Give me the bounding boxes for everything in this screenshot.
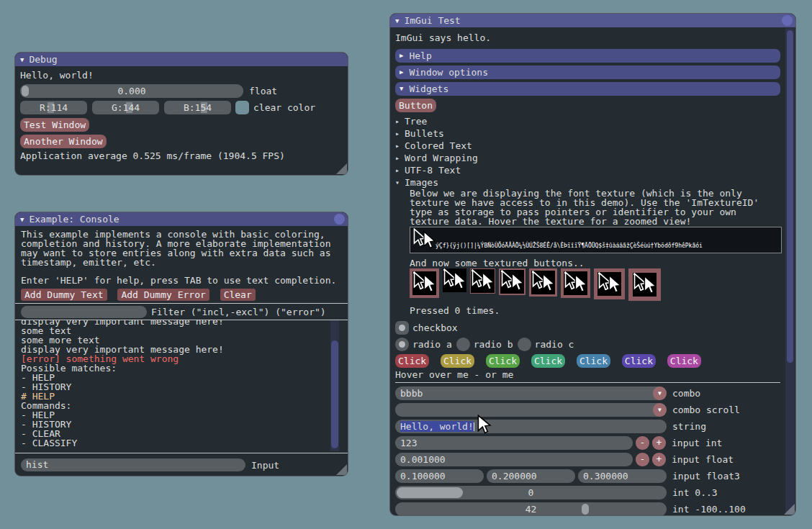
desktop: { "icons": {"dropdown":"▼","minus":"-","…: [0, 0, 812, 529]
tree-closed-icon: ▸: [395, 140, 405, 152]
int-slider-label: int 0..3: [672, 487, 718, 498]
cursor-texture-icon: [412, 271, 436, 295]
image-button[interactable]: [628, 268, 661, 301]
int-slider-neg100-100[interactable]: 42: [395, 502, 667, 516]
int-input[interactable]: 123: [395, 436, 633, 450]
float3-input-z[interactable]: 0.300000: [578, 469, 667, 483]
click-button-4[interactable]: Click: [531, 354, 565, 368]
resize-grip[interactable]: [336, 464, 347, 475]
header-widgets[interactable]: ▼ Widgets: [395, 82, 780, 96]
slider-value: 0.000: [20, 86, 243, 96]
log-scrollbar[interactable]: [330, 320, 339, 451]
float3-input-y[interactable]: 0.200000: [487, 469, 575, 483]
log-line: Possible matches:: [21, 363, 342, 373]
radio-c[interactable]: [518, 338, 531, 351]
textured-buttons-caption: And now some textured buttons..: [410, 258, 780, 268]
tree-node-images[interactable]: ▾ Images: [395, 176, 780, 189]
float-input[interactable]: 0.001000: [395, 453, 633, 466]
image-button[interactable]: [443, 268, 466, 292]
image-button[interactable]: [410, 268, 439, 298]
radio-b[interactable]: [456, 338, 470, 351]
collapse-arrow-icon[interactable]: ▼: [20, 216, 24, 223]
int-slider-0-3[interactable]: 0: [395, 486, 667, 499]
hover-tooltip-text[interactable]: Hover over me - or me: [395, 370, 780, 379]
resize-grip[interactable]: [784, 504, 795, 515]
click-button-3[interactable]: Click: [486, 354, 520, 368]
combo-value: bbbb: [400, 389, 423, 398]
check-mark-icon: [399, 325, 405, 331]
window-title: ImGui Test: [404, 15, 460, 26]
color-swatch[interactable]: [235, 101, 249, 114]
log-scrollbar-thumb[interactable]: [331, 340, 338, 448]
tree-node-word-wrapping[interactable]: ▸ Word Wrapping: [395, 152, 780, 164]
add-dummy-error-button[interactable]: Add Dummy Error: [117, 289, 209, 301]
tree-label: Word Wrapping: [405, 152, 478, 164]
chevron-right-icon: ▶: [400, 49, 403, 63]
cursor-texture-icon: [471, 269, 495, 293]
tree-node-tree[interactable]: ▸ Tree: [395, 115, 780, 127]
combo-select[interactable]: bbbb ▼: [395, 386, 667, 400]
click-button-1[interactable]: Click: [395, 354, 429, 368]
color-drag-g[interactable]: G:144: [92, 101, 159, 114]
font-texture-image[interactable]: ýÇf}{ÿj()[]|¼ÝBÑòÙÕóÄÂÀÖ¼½ÙÚŽŠ8ÉÊ/å\ÈÞïî…: [410, 227, 782, 253]
image-button[interactable]: [499, 268, 525, 295]
another-window-button[interactable]: Another Window: [20, 135, 107, 148]
tree-open-icon: ▾: [395, 176, 405, 189]
filter-input[interactable]: [21, 306, 147, 318]
header-help[interactable]: ▶ Help: [395, 49, 780, 63]
image-button[interactable]: [561, 268, 590, 298]
header-label: Widgets: [409, 82, 448, 96]
collapse-arrow-icon[interactable]: ▼: [395, 17, 399, 24]
close-button[interactable]: [334, 214, 345, 225]
cursor-texture-icon: [597, 272, 621, 296]
header-window-options[interactable]: ▶ Window options: [395, 65, 780, 79]
hello-text: Hello, world!: [20, 71, 343, 80]
tree-node-bullets[interactable]: ▸ Bullets: [395, 127, 780, 140]
window-scrollbar[interactable]: [785, 28, 795, 515]
tree-node-utf8-text[interactable]: ▸ UTF-8 Text: [395, 164, 780, 176]
click-button-2[interactable]: Click: [441, 354, 474, 368]
string-text-input[interactable]: Hello, world!: [395, 420, 667, 433]
float-slider[interactable]: 0.000: [20, 84, 243, 98]
collapse-arrow-icon[interactable]: ▼: [20, 56, 24, 63]
float3-input-x[interactable]: 0.100000: [395, 469, 484, 483]
image-button[interactable]: [529, 268, 557, 297]
mouse-cursor-icon: [477, 415, 492, 435]
tree-label: Tree: [405, 115, 427, 127]
test-window-button[interactable]: Test Window: [20, 118, 89, 132]
test-titlebar[interactable]: ▼ ImGui Test: [390, 14, 795, 27]
checkbox[interactable]: [395, 321, 409, 335]
tree-closed-icon: ▸: [395, 127, 405, 140]
close-button[interactable]: [782, 15, 793, 26]
minus-icon: -: [640, 437, 646, 448]
header-label: Window options: [409, 65, 488, 79]
decrement-button[interactable]: -: [636, 453, 649, 466]
combo-arrow-button[interactable]: ▼: [653, 403, 667, 417]
resize-grip[interactable]: [336, 163, 347, 174]
image-button[interactable]: [594, 268, 625, 299]
click-button-7[interactable]: Click: [667, 354, 701, 368]
increment-button[interactable]: +: [652, 436, 666, 450]
button-widget[interactable]: Button: [395, 99, 436, 112]
combo-arrow-button[interactable]: ▼: [653, 386, 667, 400]
clear-button[interactable]: Clear: [220, 289, 256, 301]
float3-value-z: 0.300000: [583, 471, 628, 481]
click-button-6[interactable]: Click: [622, 354, 656, 368]
combo-scroll-select[interactable]: ▼: [395, 403, 667, 417]
clear-color-label: clear color: [253, 102, 315, 113]
tree-label: Bullets: [405, 127, 444, 140]
increment-button[interactable]: +: [652, 453, 666, 466]
image-button[interactable]: [470, 268, 495, 294]
add-dummy-text-button[interactable]: Add Dummy Text: [21, 289, 107, 301]
command-input[interactable]: hist: [21, 458, 245, 471]
decrement-button[interactable]: -: [636, 436, 649, 450]
radio-a[interactable]: [395, 338, 409, 351]
texture-glyph-line: ýÇf}{ÿj()[]|¼ÝBÑòÙÕóÄÂÀÖ¼½ÙÚŽŠ8ÉÊ/å\ÈÞïî…: [436, 243, 779, 250]
color-drag-r[interactable]: R:114: [20, 101, 87, 114]
click-button-5[interactable]: Click: [577, 354, 610, 368]
color-drag-b[interactable]: B:154: [164, 101, 231, 114]
window-scrollbar-thumb[interactable]: [787, 30, 793, 363]
debug-titlebar[interactable]: ▼ Debug: [15, 53, 348, 66]
console-titlebar[interactable]: ▼ Example: Console: [15, 212, 348, 226]
tree-node-colored-text[interactable]: ▸ Colored Text: [395, 140, 780, 152]
